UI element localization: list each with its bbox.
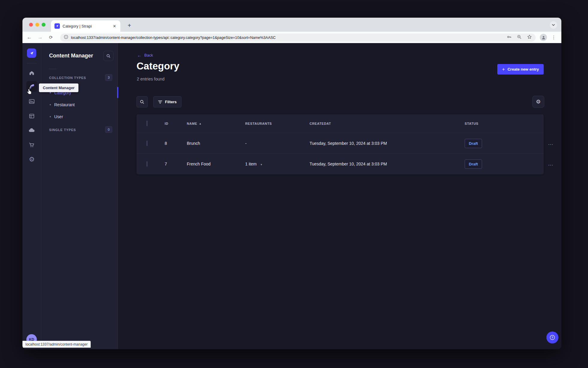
link-preview-status-bar: localhost:1337/admin/content-manager: [22, 341, 91, 348]
single-types-label: SINGLE TYPES: [49, 128, 76, 132]
chevron-down-icon: ▼: [260, 163, 263, 166]
plus-icon: +: [502, 67, 505, 72]
minimize-window-button[interactable]: [35, 23, 39, 27]
browser-menu-icon[interactable]: ⋮: [551, 34, 556, 41]
close-window-button[interactable]: [29, 23, 33, 27]
row-actions-menu[interactable]: ...: [548, 140, 553, 146]
status-badge: Draft: [465, 159, 482, 169]
collection-types-label: COLLECTION TYPES: [49, 76, 86, 80]
gear-icon: ⚙: [29, 156, 35, 163]
cell-restaurants[interactable]: 1 item ▼: [245, 162, 310, 166]
create-new-entry-button[interactable]: + Create new entry: [497, 64, 544, 74]
select-all-checkbox[interactable]: [147, 121, 147, 126]
nav-marketplace-button[interactable]: [26, 140, 37, 150]
strapi-app: ⚙ KD Content Manager COLLECTION TYPES 3 …: [22, 43, 561, 349]
relation-count-label: 1 item: [245, 162, 257, 166]
entries-table: ID NAME ▲ RESTAURANTS CREATEDAT STATUS 8…: [137, 114, 544, 174]
url-text: localhost:1337/admin/content-manager/col…: [71, 36, 504, 40]
back-link[interactable]: ← Back: [137, 53, 153, 58]
address-bar[interactable]: localhost:1337/admin/content-manager/col…: [60, 34, 536, 42]
password-manager-icon[interactable]: [507, 34, 512, 41]
browser-forward-button[interactable]: →: [36, 32, 45, 43]
browser-tab-bar: Category | Strapi ✕ +: [22, 18, 561, 32]
header-id[interactable]: ID: [165, 122, 187, 125]
maximize-window-button[interactable]: [42, 23, 46, 27]
bullet-icon: [50, 104, 51, 105]
page-title: Category: [137, 60, 179, 72]
tab-title: Category | Strapi: [63, 24, 112, 28]
nav-settings-button[interactable]: ⚙: [26, 154, 37, 165]
main-content: ← Back Category 2 entries found + Create…: [118, 43, 561, 349]
zoom-in-icon[interactable]: [517, 34, 522, 41]
browser-reload-button[interactable]: ⟳: [46, 32, 55, 43]
browser-window: Category | Strapi ✕ + ← → ⟳ localhost:13…: [22, 18, 561, 349]
back-arrow-icon: ←: [137, 53, 142, 58]
filters-button[interactable]: Filters: [153, 96, 181, 107]
cell-restaurants: -: [245, 141, 310, 146]
sidebar-item-label: User: [54, 114, 63, 119]
browser-back-button[interactable]: ←: [25, 32, 34, 43]
sidebar-item-label: Restaurant: [54, 102, 75, 107]
nav-media-library-button[interactable]: [26, 96, 37, 107]
sort-ascending-icon: ▲: [199, 122, 202, 125]
header-status[interactable]: STATUS: [465, 122, 521, 125]
help-button[interactable]: ?: [546, 331, 558, 343]
cell-id: 8: [165, 141, 187, 146]
header-name-label: NAME: [187, 122, 197, 125]
cell-createdat: Tuesday, September 10, 2024 at 3:03 PM: [310, 141, 465, 146]
new-tab-button[interactable]: +: [125, 21, 134, 30]
row-checkbox[interactable]: [147, 141, 147, 146]
bullet-icon: [50, 116, 51, 117]
bookmark-star-icon[interactable]: [527, 34, 532, 41]
cell-createdat: Tuesday, September 10, 2024 at 3:03 PM: [310, 162, 465, 166]
create-new-entry-label: Create new entry: [507, 67, 539, 72]
mouse-cursor-icon: [27, 89, 33, 96]
single-types-count-badge: 0: [105, 126, 112, 133]
gear-icon: ⚙: [536, 99, 541, 104]
table-row[interactable]: 7 French Food 1 item ▼ Tuesday, Septembe…: [137, 153, 544, 174]
filter-icon: [158, 100, 162, 104]
sidebar-item-restaurant[interactable]: Restaurant: [41, 99, 118, 111]
browser-profile-button[interactable]: [540, 34, 547, 41]
header-name[interactable]: NAME ▲: [187, 122, 245, 125]
subnav-title: Content Manager: [49, 53, 93, 59]
strapi-favicon-icon: [54, 23, 60, 29]
cell-name: French Food: [187, 162, 245, 166]
close-tab-icon[interactable]: ✕: [112, 24, 117, 28]
header-restaurants[interactable]: RESTAURANTS: [245, 122, 310, 125]
tab-search-button[interactable]: [550, 21, 557, 29]
view-settings-button[interactable]: ⚙: [532, 96, 544, 108]
table-header-row: ID NAME ▲ RESTAURANTS CREATEDAT STATUS: [137, 114, 544, 133]
back-label: Back: [144, 53, 153, 57]
cell-name: Brunch: [187, 141, 245, 146]
page-info-icon[interactable]: [64, 35, 68, 40]
rail-divider: [27, 63, 37, 63]
row-actions-menu[interactable]: ...: [548, 161, 553, 167]
search-button[interactable]: [137, 96, 148, 107]
sidebar-item-user[interactable]: User: [41, 111, 118, 123]
table-row[interactable]: 8 Brunch - Tuesday, September 10, 2024 a…: [137, 133, 544, 153]
subnav-search-button[interactable]: [103, 51, 113, 61]
window-controls: [29, 23, 46, 27]
browser-toolbar: ← → ⟳ localhost:1337/admin/content-manag…: [22, 32, 561, 43]
strapi-logo[interactable]: [27, 48, 36, 58]
nav-cloud-button[interactable]: [26, 125, 37, 136]
cell-id: 7: [165, 162, 187, 166]
active-item-indicator: [117, 87, 118, 98]
header-createdat[interactable]: CREATEDAT: [310, 122, 465, 125]
content-manager-tooltip: Content Manager: [39, 83, 78, 92]
nav-content-type-builder-button[interactable]: [26, 111, 37, 121]
browser-tab-category[interactable]: Category | Strapi ✕: [51, 20, 120, 32]
nav-home-button[interactable]: [26, 68, 37, 78]
collection-types-count-badge: 3: [105, 74, 112, 81]
status-badge: Draft: [465, 139, 482, 148]
bullet-icon: [50, 92, 51, 93]
entries-count: 2 entries found: [137, 77, 165, 81]
row-checkbox[interactable]: [147, 161, 147, 167]
svg-text:?: ?: [551, 336, 553, 339]
subnav-divider: [49, 69, 56, 69]
filters-label: Filters: [165, 100, 177, 104]
